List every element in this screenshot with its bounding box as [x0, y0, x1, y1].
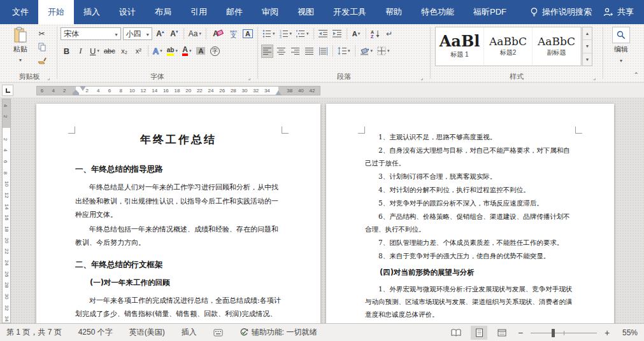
menu-tab-10[interactable]: 开发工具	[324, 0, 376, 24]
borders-button[interactable]	[376, 45, 391, 58]
menu-tab-6[interactable]: 引用	[181, 0, 217, 24]
menu-tab-9[interactable]: 视图	[288, 0, 324, 24]
font-color-button[interactable]: A	[181, 45, 193, 58]
menu-tab-3[interactable]: 插入	[74, 0, 110, 24]
style-item-1[interactable]: AaBl标题 1	[436, 27, 484, 66]
grow-font-button[interactable]: A	[154, 27, 166, 41]
sort-button[interactable]: AZ	[369, 27, 382, 41]
ruler-number: 26	[3, 271, 10, 277]
web-layout-button[interactable]	[494, 326, 510, 340]
strikethrough-button[interactable]: abc	[103, 45, 117, 58]
bullets-button[interactable]	[261, 27, 276, 41]
zoom-percentage[interactable]: 55%	[617, 328, 638, 337]
tell-me-search[interactable]: 操作说明搜索	[530, 6, 592, 18]
align-right-button[interactable]	[289, 45, 301, 58]
distributed-button[interactable]	[317, 45, 329, 58]
accessibility-status[interactable]: 辅助功能: 一切就绪	[240, 327, 317, 338]
style-preview: AaBbC	[489, 36, 527, 47]
zoom-in-button[interactable]: +	[603, 328, 611, 338]
highlight-button[interactable]: ab	[166, 45, 179, 58]
document-page-1[interactable]: 年终工作总结一、年终总结的指导思路年终总结是人们对一年来的工作学习进行回顾和分析…	[36, 104, 320, 323]
zoom-slider-thumb[interactable]	[552, 329, 555, 337]
editing-label: 编辑	[614, 45, 628, 54]
gallery-more-button[interactable]: ▼	[583, 53, 592, 66]
gallery-scroll-up[interactable]: ▲	[583, 27, 592, 40]
numbering-button[interactable]: 123	[278, 27, 294, 41]
print-layout-icon	[475, 328, 483, 337]
page-2-text: 1、主观认识不足，思路不够高度重视。2、自身没有远大理想与目标，对自己不能严格要…	[326, 104, 614, 323]
show-hide-marks-button[interactable]: ↵	[383, 27, 396, 41]
shading-button[interactable]	[359, 45, 375, 58]
menu-tab-5[interactable]: 布局	[145, 0, 181, 24]
ruler-number: 42	[310, 87, 315, 95]
paragraph-dialog-launcher[interactable]	[420, 74, 427, 81]
macro-record-button[interactable]	[213, 329, 223, 337]
menu-tab-13[interactable]: 福昕PDF	[464, 0, 516, 24]
clipboard-dialog-launcher[interactable]	[47, 74, 54, 81]
enclose-characters-button[interactable]: 字	[209, 45, 221, 58]
font-size-combo[interactable]: 小四	[123, 27, 152, 40]
margin-crop-mark	[68, 127, 75, 134]
font-name-combo[interactable]: 宋体	[61, 27, 121, 40]
align-center-icon	[277, 47, 285, 55]
language-status[interactable]: 英语(美国)	[129, 327, 165, 338]
left-indent-marker[interactable]	[73, 93, 79, 95]
align-center-button[interactable]	[275, 45, 287, 58]
phonetic-guide-button[interactable]: wén 文	[227, 27, 240, 41]
paste-button[interactable]: 粘贴	[6, 27, 34, 74]
font-dialog-launcher[interactable]	[248, 74, 254, 81]
bold-button[interactable]: B	[61, 45, 73, 58]
zoom-slider[interactable]	[531, 326, 597, 340]
menu-tab-4[interactable]: 设计	[110, 0, 145, 24]
editing-button[interactable]: 编辑	[609, 27, 633, 64]
page-indicator[interactable]: 第 1 页，共 7 页	[6, 327, 62, 338]
styles-dialog-launcher[interactable]	[593, 74, 599, 81]
share-button[interactable]: 共享	[603, 6, 634, 18]
menu-tab-12[interactable]: 特色功能	[411, 0, 464, 24]
italic-button[interactable]: I	[75, 45, 87, 58]
insert-mode-status[interactable]: 插入	[182, 327, 197, 338]
read-mode-icon	[451, 329, 461, 337]
copy-button[interactable]	[36, 41, 48, 52]
underline-button[interactable]: U	[89, 45, 101, 58]
justify-button[interactable]	[303, 45, 315, 58]
status-bar: 第 1 页，共 7 页 4250 个字 英语(美国) 插入 辅助功能: 一切就绪	[0, 323, 644, 341]
menu-tab-2[interactable]: 开始	[38, 0, 74, 24]
gallery-scroll-down[interactable]: ▼	[583, 40, 592, 53]
increase-indent-button[interactable]	[331, 27, 343, 41]
menu-tab-11[interactable]: 帮助	[376, 0, 411, 24]
character-border-button[interactable]: A	[241, 27, 254, 41]
font-color-icon: A	[182, 46, 188, 56]
style-item-3[interactable]: AaBbC副标题	[533, 27, 581, 66]
asian-layout-button[interactable]: A	[350, 27, 362, 41]
read-mode-button[interactable]	[448, 326, 464, 340]
bullet-list-icon	[262, 29, 271, 38]
text-effects-button[interactable]: A	[152, 45, 164, 58]
zoom-out-button[interactable]: −	[517, 328, 524, 338]
document-page-2[interactable]: 1、主观认识不足，思路不够高度重视。2、自身没有远大理想与目标，对自己不能严格要…	[326, 104, 614, 323]
format-painter-button[interactable]	[36, 55, 48, 66]
print-layout-button[interactable]	[471, 326, 487, 340]
clear-formatting-button[interactable]: A	[210, 27, 222, 41]
cut-button[interactable]: ✂	[36, 28, 48, 39]
line-spacing-button[interactable]	[336, 45, 352, 58]
tab-stop-selector[interactable]	[2, 85, 13, 96]
word-count[interactable]: 4250 个字	[78, 327, 113, 338]
right-indent-marker[interactable]	[275, 90, 282, 95]
collapse-ribbon-button[interactable]	[634, 71, 639, 78]
superscript-button[interactable]: x²	[132, 45, 145, 58]
multilevel-list-button[interactable]	[295, 27, 310, 41]
shrink-font-button[interactable]: A	[168, 27, 180, 41]
style-item-2[interactable]: AaBbC标题2	[484, 27, 533, 66]
menu-tab-8[interactable]: 审阅	[252, 0, 288, 24]
change-case-button[interactable]: Aa	[187, 27, 203, 41]
tab-stop-icon	[6, 88, 10, 93]
menu-tab-7[interactable]: 邮件	[217, 0, 252, 24]
character-shading-button[interactable]: A	[195, 45, 207, 58]
menu-tab-1[interactable]: 文件	[3, 0, 38, 24]
subscript-button[interactable]: x₂	[118, 45, 131, 58]
doc-paragraph: 1、主观认识不足，思路不够高度重视。	[365, 130, 575, 143]
share-label: 共享	[617, 6, 634, 18]
align-left-button[interactable]	[261, 45, 273, 58]
decrease-indent-button[interactable]	[317, 27, 329, 41]
